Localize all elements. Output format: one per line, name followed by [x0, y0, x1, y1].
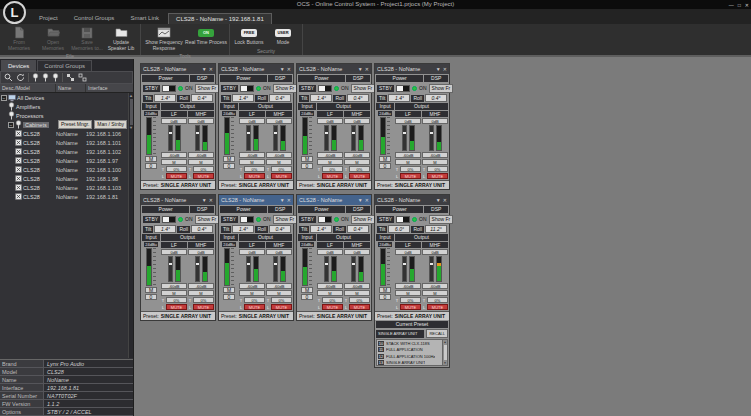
tilt-value[interactable]: 6.0°	[388, 225, 410, 233]
pin-icon[interactable]: ▼	[202, 197, 207, 203]
show-fr-button[interactable]: Show Fr	[351, 84, 376, 93]
tree-expander[interactable]: −	[1, 95, 7, 101]
input-gain-value[interactable]: 0	[379, 163, 391, 169]
input-sensitivity-value[interactable]: 24dBu	[378, 111, 392, 116]
output-gain-value[interactable]: -60dB	[317, 283, 343, 289]
ribbon-tab-0[interactable]: Project	[32, 13, 65, 24]
output-gain-fader[interactable]	[168, 125, 173, 151]
input-gain-value[interactable]: 0	[223, 163, 235, 169]
tree-row[interactable]: CLS28NoName192.168.1.106	[0, 129, 128, 138]
output-gain-value[interactable]: -60dB	[161, 283, 187, 289]
maximize-button[interactable]: □	[738, 2, 741, 8]
mute-button[interactable]: MUTE	[427, 304, 448, 310]
pin-icon[interactable]: ▼	[280, 66, 285, 72]
input-gain-value[interactable]: 0	[379, 294, 391, 300]
output-mute-button[interactable]: M	[422, 159, 448, 165]
output-gain-value[interactable]: -60dB	[188, 152, 214, 158]
tree-col-name[interactable]: Name	[56, 84, 86, 92]
roll-value[interactable]: 11.2°	[425, 225, 447, 233]
show-fr-button[interactable]: Show Fr	[195, 215, 220, 224]
output-gain-fader[interactable]	[429, 125, 434, 151]
output-gain-fader[interactable]	[324, 256, 329, 282]
mute-button[interactable]: MUTE	[400, 173, 421, 179]
output-gain-value[interactable]: -60dB	[395, 152, 421, 158]
panel-titlebar[interactable]: CLS28 - NoName ▼ ✕	[219, 195, 293, 205]
mute-button[interactable]: MUTE	[322, 173, 343, 179]
tilt-value[interactable]: 1.4°	[310, 94, 332, 102]
panel-titlebar[interactable]: CLS28 - NoName ▼ ✕	[141, 64, 215, 74]
tree-col-interface[interactable]: Interface	[86, 84, 133, 92]
output-gain-value[interactable]: -60dB	[161, 152, 187, 158]
pin-icon[interactable]: ▼	[202, 66, 207, 72]
roll-value[interactable]: 0.4°	[347, 94, 369, 102]
output-level-value[interactable]: 0dB	[188, 118, 214, 124]
show-fr-button[interactable]: Show Fr	[273, 215, 298, 224]
tree-scrollbar[interactable]: ▲▼	[128, 93, 133, 358]
input-sensitivity-value[interactable]: 24dBu	[144, 111, 158, 116]
tree-expander[interactable]: −	[8, 122, 14, 128]
panel-titlebar[interactable]: CLS28 - NoName ▼ ✕	[219, 64, 293, 74]
input-mute-button[interactable]: M	[379, 156, 391, 162]
scroll-down-icon[interactable]: ▼	[129, 125, 133, 130]
input-sensitivity-value[interactable]: 24dBu	[300, 242, 314, 247]
sidebar-tool-search-icon[interactable]	[4, 73, 13, 82]
close-icon[interactable]: ✕	[287, 197, 291, 203]
ribbon-tab-3[interactable]: CLS28 - NoName - 192.168.1.81	[168, 13, 272, 24]
output-mute-button[interactable]: M	[161, 290, 187, 296]
output-mute-button[interactable]: M	[317, 290, 343, 296]
tilt-value[interactable]: 1.4°	[232, 94, 254, 102]
scroll-up-icon[interactable]: ▲	[129, 93, 133, 98]
input-mute-button[interactable]: M	[145, 156, 157, 162]
tilt-value[interactable]: 1.4°	[388, 94, 410, 102]
output-mute-button[interactable]: M	[266, 159, 292, 165]
output-gain-value[interactable]: -60dB	[188, 283, 214, 289]
output-level-value[interactable]: 0dB	[422, 118, 448, 124]
output-level-value[interactable]: 0dB	[239, 249, 265, 255]
output-level-value[interactable]: 0dB	[161, 249, 187, 255]
output-gain-fader[interactable]	[273, 256, 278, 282]
standby-toggle[interactable]	[240, 85, 254, 92]
output-level-value[interactable]: 0dB	[344, 249, 370, 255]
output-gain-value[interactable]: -60dB	[317, 152, 343, 158]
close-icon[interactable]: ✕	[209, 66, 213, 72]
tilt-value[interactable]: 1.4°	[154, 94, 176, 102]
output-mute-button[interactable]: M	[395, 159, 421, 165]
tree-row[interactable]: CLS28NoName192.168.1.103	[0, 183, 128, 192]
output-level-value[interactable]: 0dB	[395, 118, 421, 124]
mute-button[interactable]: MUTE	[193, 304, 214, 310]
output-gain-fader[interactable]	[324, 125, 329, 151]
tree-row[interactable]: CLS28NoName192.168.1.100	[0, 165, 128, 174]
show-fr-button[interactable]: Show Fr	[429, 215, 454, 224]
close-icon[interactable]: ✕	[209, 197, 213, 203]
roll-value[interactable]: 0.4°	[425, 94, 447, 102]
preset-list-item[interactable]: 12 FULL APPLICATION 100Hz	[377, 353, 442, 360]
roll-value[interactable]: 0.4°	[347, 225, 369, 233]
input-mute-button[interactable]: M	[223, 287, 235, 293]
scroll-thumb[interactable]	[130, 99, 133, 125]
sidebar-tool-group-icon[interactable]	[66, 73, 75, 82]
preset-list-item[interactable]: 13 SINGLE ARRAY UNIT	[377, 360, 442, 366]
panel-titlebar[interactable]: CLS28 - NoName ▼ ✕	[297, 64, 371, 74]
standby-toggle[interactable]	[162, 216, 176, 223]
output-mute-button[interactable]: M	[344, 290, 370, 296]
output-level-value[interactable]: 0dB	[188, 249, 214, 255]
output-level-value[interactable]: 0dB	[266, 249, 292, 255]
standby-toggle[interactable]	[162, 85, 176, 92]
show-fr-button[interactable]: Show Fr	[351, 215, 376, 224]
ribbon-tab-1[interactable]: Control Groups	[67, 13, 122, 24]
mute-button[interactable]: MUTE	[427, 173, 448, 179]
tree-row[interactable]: CLS28NoName192.168.1.98	[0, 174, 128, 183]
output-gain-fader[interactable]	[402, 125, 407, 151]
output-gain-fader[interactable]	[429, 256, 434, 282]
panel-titlebar[interactable]: CLS28 - NoName ▼ ✕	[375, 64, 449, 74]
output-level-value[interactable]: 0dB	[266, 118, 292, 124]
toolbar-button[interactable]: USER Mode	[266, 24, 300, 46]
output-level-value[interactable]: 0dB	[344, 118, 370, 124]
input-sensitivity-value[interactable]: 24dBu	[378, 242, 392, 247]
output-gain-fader[interactable]	[351, 256, 356, 282]
output-gain-fader[interactable]	[351, 125, 356, 151]
output-gain-value[interactable]: -60dB	[344, 152, 370, 158]
output-gain-value[interactable]: -60dB	[266, 283, 292, 289]
input-gain-value[interactable]: 0	[145, 294, 157, 300]
preset-list-scrollbar[interactable]: ▲▼	[442, 340, 447, 365]
